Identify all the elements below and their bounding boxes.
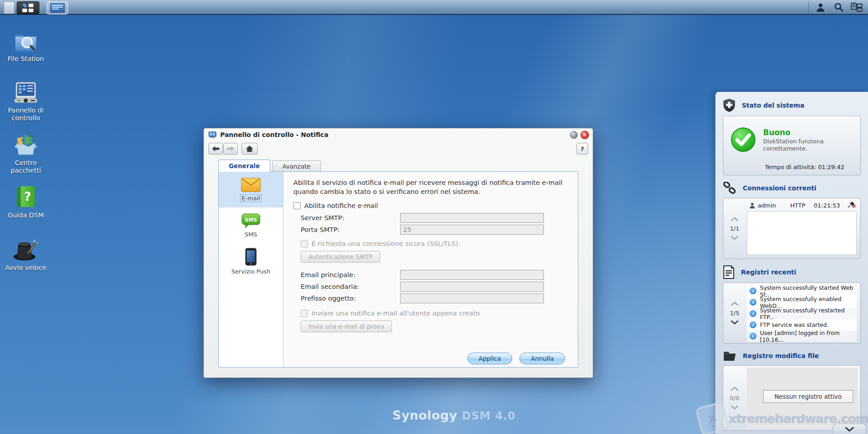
quick-start-icon: [1, 237, 51, 261]
desktop-icon-file-station[interactable]: File Station: [1, 28, 51, 63]
secondary-email-input[interactable]: [400, 282, 544, 292]
forward-button[interactable]: [223, 143, 238, 155]
desktop-background: File Station Pannello di controllo: [0, 0, 868, 434]
connection-time: 01:21:53: [814, 202, 840, 209]
send-test-email-button[interactable]: Invia una e-mail di prova: [301, 321, 392, 332]
system-status-shield-icon: [723, 99, 736, 112]
taskbar: [0, 0, 868, 15]
tab-avanzate[interactable]: Avanzate: [272, 160, 321, 172]
info-icon: i: [750, 299, 756, 306]
tab-label: Generale: [229, 162, 260, 170]
desktop-icon-label: Centro pacchetti: [1, 159, 51, 174]
forward-arrow-icon: [227, 146, 234, 151]
log-row[interactable]: iSystem successfully started Web St...: [747, 285, 857, 297]
subject-prefix-row: Prefisso oggetto:: [301, 292, 566, 304]
notification-sidebar: E-mail SMS SMS: [219, 172, 283, 367]
main-menu-button[interactable]: [17, 1, 39, 14]
secondary-email-label: Email secondaria:: [301, 283, 400, 290]
connection-user: admin: [758, 202, 790, 209]
smartphone-icon: [245, 248, 257, 266]
log-row[interactable]: iUser [admin] logged in from [10.16...: [747, 330, 857, 342]
window-titlebar[interactable]: Pannello di controllo - Notifica ✕: [204, 128, 593, 141]
log-row[interactable]: iSystem successfully enabled WebD...: [747, 297, 857, 308]
desktop-icon-control-panel[interactable]: Pannello di controllo: [1, 80, 51, 122]
system-status-header: Stato del sistema: [716, 92, 868, 116]
smtp-server-row: Server SMTP:: [301, 212, 566, 224]
file-log-empty-area: Nessun registro attivo: [747, 368, 858, 429]
user-icon: [750, 203, 755, 208]
connection-row: admin HTTP 01:21:53: [750, 201, 856, 210]
subject-prefix-label: Prefisso oggetto:: [301, 295, 400, 302]
tab-label: Avanzate: [283, 163, 311, 170]
desktop-icon-dsm-help[interactable]: ? Guida DSM: [1, 184, 51, 219]
page-down-icon[interactable]: [731, 236, 738, 240]
log-text: FTP service was started.: [760, 321, 829, 328]
back-button[interactable]: [208, 143, 223, 155]
log-document-icon: [723, 265, 735, 279]
primary-email-input[interactable]: [400, 270, 544, 280]
disconnect-icon[interactable]: [848, 202, 856, 208]
minimize-button[interactable]: [570, 131, 578, 139]
help-button[interactable]: ?: [576, 143, 588, 155]
dialog-footer: Applica Annulla: [467, 353, 565, 364]
ssl-label: È richiesta una connessione sicura (SSL/…: [311, 240, 460, 247]
enable-email-checkbox[interactable]: [293, 202, 301, 209]
smtp-port-input[interactable]: [400, 225, 544, 235]
home-button[interactable]: [241, 143, 258, 155]
smtp-auth-button[interactable]: Autenticazione SMTP: [301, 251, 380, 263]
ssl-checkbox[interactable]: [301, 240, 308, 247]
dsm-help-icon: ?: [1, 184, 51, 209]
info-icon: i: [750, 288, 756, 294]
subject-prefix-input[interactable]: [400, 293, 544, 303]
log-list: iSystem successfully started Web St... i…: [747, 285, 857, 342]
page-down-icon[interactable]: [731, 321, 738, 325]
connections-pager: 1/1: [723, 198, 746, 259]
email-icon: [241, 178, 261, 192]
home-icon: [246, 146, 253, 152]
show-desktop-button[interactable]: [4, 1, 14, 14]
main-menu-grid-icon: [22, 4, 34, 13]
file-change-log-header: Registro modifica file: [716, 344, 868, 365]
connection-protocol: HTTP: [790, 202, 814, 209]
connections-card: 1/1 admin HTTP 01:21:53: [723, 198, 861, 259]
enable-email-checkbox-row: Abilita notifiche e-mail: [293, 202, 566, 209]
page-up-icon[interactable]: [731, 302, 738, 306]
log-row[interactable]: iFTP service was started.: [747, 319, 857, 330]
smtp-server-input[interactable]: [400, 213, 544, 223]
email-settings-pane: Abilita il servizio di notifica e-mail p…: [283, 172, 578, 367]
system-status-card: Buono DiskStation funziona correttamente…: [723, 116, 861, 175]
panel-scroll-tab[interactable]: [833, 424, 866, 434]
page-up-icon[interactable]: [731, 387, 738, 391]
close-button[interactable]: ✕: [580, 131, 589, 139]
log-row[interactable]: iSystem successfully restarted FTP...: [747, 308, 857, 319]
sidebar-item-email[interactable]: E-mail: [219, 172, 283, 208]
apply-button[interactable]: Applica: [467, 353, 513, 364]
desktop-icon-package-center[interactable]: Centro pacchetti: [1, 132, 51, 174]
widget-title: Connessioni correnti: [743, 184, 816, 192]
page-down-icon[interactable]: [731, 406, 738, 410]
user-menu-icon[interactable]: [815, 2, 826, 13]
taskbar-task-control-panel[interactable]: [47, 1, 68, 14]
sidebar-item-sms[interactable]: SMS SMS: [219, 208, 283, 243]
logs-pager: 1/5: [723, 283, 746, 343]
pilot-view-icon[interactable]: [851, 2, 863, 13]
cancel-button[interactable]: Annulla: [519, 353, 565, 364]
primary-email-row: Email principale:: [301, 269, 566, 281]
log-text: User [admin] logged in from [10.16...: [760, 330, 857, 343]
info-icon: i: [750, 333, 756, 340]
desktop-icon-label: Avvio veloce: [1, 264, 51, 272]
primary-email-label: Email principale:: [301, 271, 400, 278]
notify-new-user-checkbox[interactable]: [301, 310, 308, 317]
uptime-text: Tempo di attività: 01:29:42: [765, 164, 844, 170]
page-indicator: 1/5: [730, 310, 740, 316]
widget-panel: Stato del sistema Buono DiskStation funz…: [715, 92, 868, 434]
sidebar-item-label: SMS: [245, 231, 257, 238]
log-text: System successfully restarted FTP...: [760, 307, 857, 321]
sidebar-item-push-service[interactable]: Servizio Push: [219, 243, 283, 279]
tab-generale[interactable]: Generale: [218, 160, 270, 172]
search-icon[interactable]: [833, 2, 844, 13]
page-up-icon[interactable]: [731, 217, 738, 221]
connections-header: Connessioni correnti: [716, 175, 868, 198]
desktop-icon-quick-start[interactable]: Avvio veloce: [1, 237, 51, 272]
smtp-server-label: Server SMTP:: [301, 214, 400, 222]
